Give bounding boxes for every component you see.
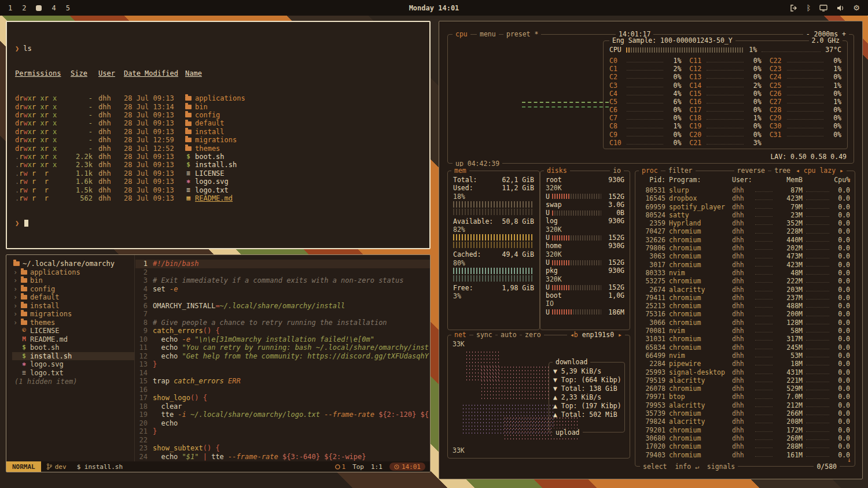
- pid-column[interactable]: Pid:: [640, 176, 665, 185]
- process-row[interactable]: 2359Hyprlanddhh352M0.0: [640, 219, 850, 227]
- process-row[interactable]: 75316chromiumdhh200M0.0: [640, 310, 850, 318]
- tree-item-README.md[interactable]: MREADME.md: [12, 335, 134, 344]
- reverse-button[interactable]: reverse: [734, 167, 768, 175]
- preset-button[interactable]: preset *: [503, 30, 541, 38]
- process-row[interactable]: 3066chromiumdhh128M0.0: [640, 319, 850, 327]
- process-row[interactable]: 16545dropboxdhh423M0.0: [640, 194, 850, 202]
- tree-item-themes[interactable]: ›themes: [12, 319, 134, 327]
- code-line[interactable]: 23show_subtext() {: [135, 444, 430, 453]
- code-line[interactable]: 11 echo "You can retry by running: bash …: [135, 343, 430, 352]
- volume-icon[interactable]: [836, 5, 844, 12]
- process-row[interactable]: 79824alacrittydhh208M0.0: [640, 417, 850, 426]
- net-zero-button[interactable]: zero: [522, 331, 544, 339]
- process-row[interactable]: 79953alacrittydhh212M0.0: [640, 401, 850, 409]
- code-line[interactable]: 18 clear: [135, 402, 430, 411]
- scroll-up-arrow[interactable]: ↑: [847, 176, 851, 184]
- process-row[interactable]: 70427chromiumdhh228M0.0: [640, 227, 850, 235]
- process-row[interactable]: 79971btopdhh7.0M0.0: [640, 393, 850, 401]
- process-row[interactable]: 80524sattydhh23M0.0: [640, 211, 850, 219]
- tree-item-install.sh[interactable]: $install.sh: [12, 352, 134, 361]
- process-row[interactable]: 80531slurpdhh87M0.0: [640, 186, 850, 194]
- process-row[interactable]: 17020chromiumdhh288M0.0: [640, 442, 850, 450]
- process-row[interactable]: 79806chromiumdhh202M0.0: [640, 244, 850, 252]
- process-row[interactable]: 35739chromiumdhh266M0.0: [640, 409, 850, 417]
- process-row[interactable]: 31031chromiumdhh317M0.0: [640, 335, 850, 343]
- process-row[interactable]: 25213chromiumdhh488M0.0: [640, 302, 850, 310]
- workspace-active-indicator[interactable]: [36, 5, 42, 11]
- code-line[interactable]: 14: [135, 369, 430, 378]
- code-line[interactable]: 19 tte -i ~/.local/share/omarchy/logo.tx…: [135, 411, 430, 419]
- process-row[interactable]: 2674alacrittydhh203M0.0: [640, 286, 850, 294]
- code-line[interactable]: 22: [135, 436, 430, 445]
- prompt-line[interactable]: ❯: [15, 219, 421, 227]
- memb-column[interactable]: MemB: [776, 176, 803, 185]
- proc-footer-actions[interactable]: select info ↵ signals: [640, 463, 738, 471]
- menu-button[interactable]: menu: [477, 30, 499, 38]
- net-sync-button[interactable]: sync: [473, 331, 495, 339]
- code-line[interactable]: 9catch_errors() {: [135, 327, 430, 335]
- tree-item-applications[interactable]: ›applications: [12, 268, 134, 277]
- process-row[interactable]: 2284pipewiredhh18M0.0: [640, 360, 850, 368]
- code-line[interactable]: 3# Exit immediately if a command exits w…: [135, 276, 430, 285]
- tree-button[interactable]: tree: [771, 167, 793, 175]
- process-row[interactable]: 79519alacrittydhh221M0.0: [640, 376, 850, 385]
- code-line[interactable]: 8# Give people a chance to retry running…: [135, 319, 430, 327]
- process-row[interactable]: 79201chromiumdhh172M0.0: [640, 426, 850, 434]
- workspace-5[interactable]: 5: [66, 4, 70, 12]
- process-row[interactable]: 65834chromiumdhh245M0.0: [640, 343, 850, 352]
- display-icon[interactable]: [819, 5, 827, 12]
- process-row[interactable]: 30680chromiumdhh260M0.0: [640, 434, 850, 442]
- code-line[interactable]: 15trap catch_errors ERR: [135, 377, 430, 386]
- net-auto-button[interactable]: auto: [498, 331, 520, 339]
- code-line[interactable]: 20 echo: [135, 419, 430, 428]
- settings-gear-icon[interactable]: ⚙: [853, 4, 860, 12]
- process-row[interactable]: 53275chromiumdhh222M0.0: [640, 277, 850, 285]
- workspace-1[interactable]: 1: [8, 4, 12, 12]
- code-line[interactable]: 1#!/bin/bash: [135, 260, 430, 268]
- tree-item-install[interactable]: ›install: [12, 302, 134, 310]
- process-row[interactable]: 3017chromiumdhh423M0.0: [640, 261, 850, 269]
- logout-icon[interactable]: [790, 5, 798, 12]
- process-row[interactable]: 80333nvimdhh48M0.0: [640, 269, 850, 277]
- code-line[interactable]: 2: [135, 268, 430, 277]
- bluetooth-icon[interactable]: ᛒ: [807, 4, 811, 12]
- process-row[interactable]: 25993signal-desktopdhh431M0.0: [640, 368, 850, 376]
- code-line[interactable]: 5: [135, 293, 430, 302]
- tree-item-boot.sh[interactable]: $boot.sh: [12, 343, 134, 352]
- code-editor[interactable]: 1#!/bin/bash23# Exit immediately if a co…: [135, 255, 430, 461]
- user-column[interactable]: User:: [732, 176, 752, 185]
- net-interface-selector[interactable]: ◂b enp191s0 ▸: [567, 331, 625, 339]
- process-row[interactable]: 79403chromiumdhh161M0.0: [640, 451, 850, 459]
- filter-button[interactable]: filter: [665, 167, 696, 175]
- code-line[interactable]: 10 echo -e "\n\e[31mOmarchy installation…: [135, 335, 430, 344]
- code-line[interactable]: 21}: [135, 427, 430, 436]
- io-tab[interactable]: io: [610, 167, 624, 175]
- process-row[interactable]: 66499nvimdhh53M0.0: [640, 352, 850, 360]
- tree-item-bin[interactable]: ›bin: [12, 276, 134, 285]
- sort-column-selector[interactable]: ◂ cpu lazy ▸: [793, 167, 847, 175]
- process-row[interactable]: 70081nvimdhh58M0.0: [640, 327, 850, 335]
- code-line[interactable]: 24 echo "$1" | tte --frame-rate ${3:-640…: [135, 453, 430, 461]
- code-line[interactable]: 13}: [135, 360, 430, 369]
- process-row[interactable]: 3063chromiumdhh473M0.0: [640, 252, 850, 260]
- process-row[interactable]: 26078chromiumdhh529M0.0: [640, 385, 850, 393]
- code-line[interactable]: 12 echo "Get help from the community: ht…: [135, 352, 430, 361]
- program-column[interactable]: Program:: [669, 176, 729, 185]
- tree-item-logo.txt[interactable]: ≡logo.txt: [12, 369, 134, 378]
- workspace-2[interactable]: 2: [22, 4, 26, 12]
- tree-item-default[interactable]: ›default: [12, 293, 134, 302]
- tree-item-logo.svg[interactable]: ✱logo.svg: [12, 360, 134, 369]
- scroll-down-arrow[interactable]: ↓: [847, 456, 851, 464]
- workspace-4[interactable]: 4: [52, 4, 56, 12]
- tree-item-config[interactable]: ›config: [12, 285, 134, 294]
- process-row[interactable]: 69959spotify_playerdhh79M0.0: [640, 203, 850, 211]
- process-row[interactable]: 79411chromiumdhh237M0.0: [640, 294, 850, 302]
- code-line[interactable]: 17show_logo() {: [135, 394, 430, 402]
- tree-root[interactable]: ~/.local/share/omarchy: [12, 260, 134, 268]
- code-line[interactable]: 6OMARCHY_INSTALL=~/.local/share/omarchy/…: [135, 302, 430, 310]
- tree-item-LICENSE[interactable]: ©LICENSE: [12, 327, 134, 335]
- code-line[interactable]: 16: [135, 386, 430, 394]
- code-line[interactable]: 4set -e: [135, 285, 430, 294]
- process-row[interactable]: 32626chromiumdhh440M0.0: [640, 236, 850, 244]
- tree-item-migrations[interactable]: ›migrations: [12, 310, 134, 319]
